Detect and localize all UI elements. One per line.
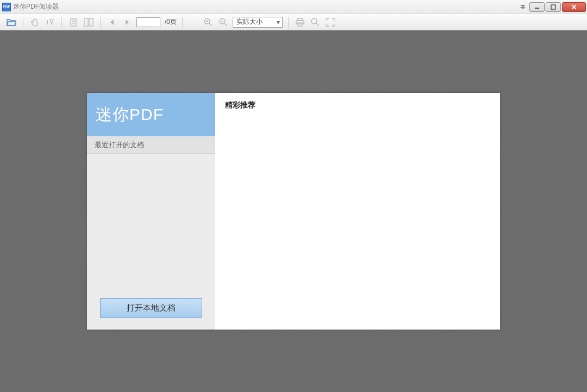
- window-title: 迷你PDF阅读器: [13, 2, 517, 11]
- svg-rect-17: [296, 21, 304, 24]
- recent-docs-list: [87, 154, 215, 292]
- text-select-icon[interactable]: I: [44, 16, 56, 28]
- recommend-title: 精彩推荐: [225, 100, 490, 110]
- open-file-icon[interactable]: [5, 16, 17, 28]
- svg-rect-1: [551, 5, 555, 9]
- separator: [61, 17, 62, 28]
- window-controls: [517, 2, 587, 12]
- zoom-in-icon[interactable]: [202, 16, 214, 28]
- svg-line-14: [224, 23, 227, 26]
- svg-rect-0: [535, 8, 539, 9]
- svg-rect-7: [84, 18, 88, 26]
- start-left-column: 迷你PDF 最近打开的文档 打开本地文档: [87, 93, 215, 330]
- hand-tool-icon[interactable]: [29, 16, 41, 28]
- prev-page-icon[interactable]: [106, 16, 118, 28]
- titlebar-menu-icon[interactable]: [517, 2, 528, 12]
- separator: [288, 17, 289, 28]
- page-total-label: /0页: [165, 17, 177, 27]
- minimize-button[interactable]: [529, 2, 545, 12]
- recent-docs-header: 最近打开的文档: [87, 136, 215, 154]
- separator: [100, 17, 101, 28]
- single-page-icon[interactable]: [67, 16, 79, 28]
- app-icon: PDF: [2, 3, 11, 11]
- separator: [182, 17, 183, 28]
- zoom-out-icon[interactable]: [217, 16, 229, 28]
- maximize-button[interactable]: [546, 2, 561, 12]
- zoom-select-value: 实际大小: [236, 17, 263, 27]
- open-local-file-button[interactable]: 打开本地文档: [100, 298, 202, 318]
- page-number-input[interactable]: [136, 17, 160, 27]
- search-icon[interactable]: [309, 16, 321, 28]
- titlebar: PDF 迷你PDF阅读器: [0, 0, 587, 14]
- separator: [23, 17, 23, 28]
- svg-line-20: [316, 23, 319, 26]
- print-icon[interactable]: [294, 16, 306, 28]
- start-panel: 迷你PDF 最近打开的文档 打开本地文档 精彩推荐: [87, 93, 500, 330]
- workspace: 迷你PDF 最近打开的文档 打开本地文档 精彩推荐: [0, 30, 587, 392]
- svg-rect-18: [298, 23, 302, 26]
- svg-point-19: [311, 18, 317, 24]
- svg-rect-8: [89, 18, 93, 26]
- close-button[interactable]: [562, 2, 586, 12]
- next-page-icon[interactable]: [121, 16, 133, 28]
- svg-line-10: [209, 23, 212, 26]
- svg-text:I: I: [47, 19, 48, 26]
- fullscreen-icon[interactable]: [324, 16, 336, 28]
- svg-rect-3: [71, 18, 76, 26]
- brand-banner: 迷你PDF: [87, 93, 215, 136]
- zoom-select[interactable]: 实际大小 ▾: [233, 17, 283, 28]
- start-right-column: 精彩推荐: [215, 93, 500, 330]
- chevron-down-icon: ▾: [277, 18, 280, 26]
- toolbar: I /0页 实际大小 ▾: [0, 14, 587, 30]
- facing-pages-icon[interactable]: [83, 16, 95, 28]
